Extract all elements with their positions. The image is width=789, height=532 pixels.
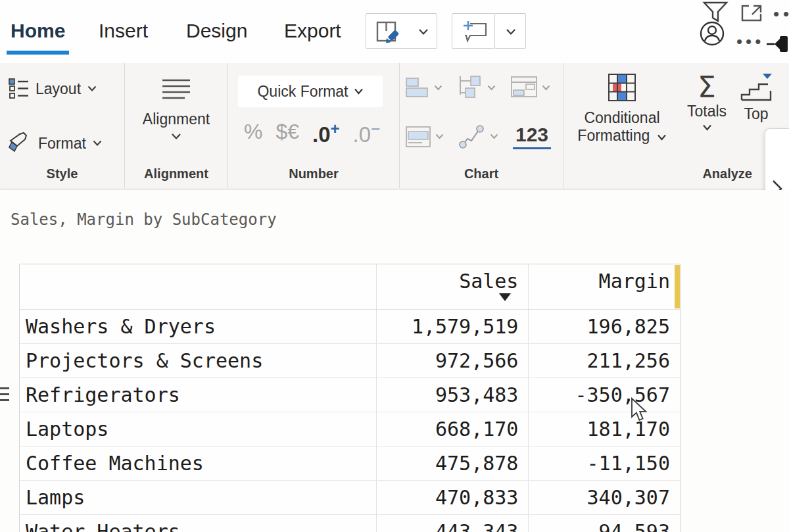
chevron-down-icon: [487, 85, 496, 91]
column-selection-bar: [675, 265, 680, 308]
more-options-icon[interactable]: •••: [736, 32, 764, 52]
ribbon-group-alignment: Alignment Alignment: [125, 63, 228, 188]
conditional-formatting-label-line1: Conditional: [573, 109, 671, 127]
conditional-formatting-icon: [607, 72, 637, 103]
tab-insert[interactable]: Insert: [99, 20, 148, 42]
chevron-down-icon: [434, 85, 442, 91]
more-options-icon[interactable]: ••: [773, 4, 789, 24]
table-row[interactable]: Refrigerators953,483-350,567: [20, 378, 680, 412]
chevron-down-icon: [418, 28, 429, 36]
chevron-down-icon: [354, 88, 364, 95]
card-visual-icon: [405, 126, 431, 148]
number-format-123-button[interactable]: 123: [513, 124, 551, 149]
chart-group-label: Chart: [400, 166, 563, 181]
chevron-down-icon: [490, 133, 498, 139]
chevron-down-icon: [506, 28, 516, 36]
chevron-down-icon: [435, 133, 444, 139]
tab-home[interactable]: Home: [11, 20, 65, 42]
app-window: Home Insert Design Export: [0, 0, 789, 532]
layout-icon: [8, 78, 29, 100]
expand-icon[interactable]: [740, 3, 763, 23]
report-canvas: Sales, Margin by SubCategory Sales Margi…: [0, 190, 789, 532]
chevron-down-icon: [171, 133, 181, 140]
sparkline-icon: [458, 124, 486, 149]
header-sales[interactable]: Sales: [377, 264, 529, 309]
bar-chart-icon: [405, 76, 430, 99]
comment-dropdown-button[interactable]: [494, 13, 526, 49]
pin-icon[interactable]: [767, 34, 789, 54]
ribbon-group-chart: 123 Chart: [400, 63, 563, 188]
visual-drag-handle[interactable]: [0, 387, 9, 405]
tab-design[interactable]: Design: [186, 20, 247, 42]
table-row[interactable]: Laptops668,170181,170: [20, 412, 680, 447]
edit-page-pencil-icon: [375, 20, 402, 44]
top-n-stairs-icon: [739, 72, 773, 103]
table-row[interactable]: Coffee Machines475,878-11,150: [20, 447, 680, 481]
style-group-label: Style: [0, 166, 124, 181]
table-row[interactable]: Washers & Dryers1,579,519196,825: [20, 310, 680, 344]
alignment-icon: [161, 78, 191, 100]
alignment-group-label: Alignment: [125, 166, 227, 181]
layout-button[interactable]: Layout: [8, 78, 97, 100]
chevron-down-icon: [657, 134, 667, 141]
chevron-down-icon: [93, 140, 102, 147]
mouse-cursor: [630, 397, 648, 423]
table-header-row: Sales Margin: [20, 264, 680, 310]
quick-format-label: Quick Format: [257, 83, 348, 101]
alignment-button-label: Alignment: [125, 110, 227, 128]
table-row[interactable]: Lamps470,833340,307: [20, 481, 680, 515]
totals-label: Totals: [681, 103, 733, 120]
table-row[interactable]: Projectors & Screens972,566211,256: [20, 344, 680, 378]
report-layout-button[interactable]: [510, 76, 550, 99]
percent-format-icon[interactable]: %: [244, 120, 262, 144]
account-icon[interactable]: [698, 20, 726, 47]
hierarchy-icon: [457, 75, 483, 100]
format-button[interactable]: Format: [7, 132, 102, 155]
conditional-formatting-button[interactable]: Conditional Formatting: [573, 72, 671, 145]
format-button-label: Format: [38, 135, 86, 153]
header-category[interactable]: [20, 264, 377, 309]
number-group-label: Number: [228, 166, 399, 181]
ribbon-group-analyze: Conditional Formatting Σ Totals Top Anal…: [563, 63, 789, 188]
add-comment-icon: [461, 20, 489, 45]
sigma-icon: Σ: [681, 72, 733, 103]
table-row[interactable]: Water Heaters443,34394,593: [20, 515, 680, 532]
ribbon-group-style: Layout Format Style: [0, 63, 125, 188]
currency-format-icon[interactable]: $€: [275, 120, 299, 144]
chevron-down-icon: [542, 85, 550, 91]
top-n-label: Top: [736, 105, 777, 123]
quick-format-button[interactable]: Quick Format: [238, 76, 383, 107]
conditional-formatting-label-line2: Formatting: [573, 127, 671, 145]
increase-decimal-icon[interactable]: .0+: [312, 120, 340, 147]
totals-button[interactable]: Σ Totals: [681, 72, 733, 133]
format-painter-icon: [7, 132, 32, 155]
active-tab-underline: [7, 51, 69, 55]
card-visual-button[interactable]: [405, 126, 444, 148]
ribbon: Layout Format Style: [0, 63, 789, 189]
bar-chart-button[interactable]: [405, 76, 442, 99]
top-tab-bar: Home Insert Design Export: [0, 0, 789, 63]
header-margin[interactable]: Margin: [529, 264, 680, 309]
tab-export[interactable]: Export: [284, 20, 341, 42]
hierarchy-chart-button[interactable]: [457, 75, 496, 100]
ribbon-group-number: Quick Format % $€ .0+ .0− Number: [228, 63, 400, 188]
layout-button-label: Layout: [36, 80, 81, 98]
visual-title: Sales, Margin by SubCategory: [11, 210, 277, 229]
chevron-down-icon: [702, 124, 712, 131]
decrease-decimal-icon[interactable]: .0−: [353, 120, 381, 147]
edit-mode-dropdown-button[interactable]: [366, 13, 437, 49]
table-visual[interactable]: Sales Margin Washers & Dryers1,579,51919…: [19, 264, 681, 532]
add-comment-button[interactable]: [452, 13, 495, 49]
plus-sign: +: [331, 120, 340, 137]
sparkline-button[interactable]: [458, 124, 498, 149]
analyze-group-label: Analyze: [563, 166, 789, 181]
minus-sign: −: [371, 120, 380, 137]
chevron-down-icon: [87, 85, 97, 92]
sort-descending-icon[interactable]: [499, 293, 511, 301]
report-layout-icon: [510, 76, 538, 99]
top-n-button[interactable]: Top: [736, 72, 777, 123]
